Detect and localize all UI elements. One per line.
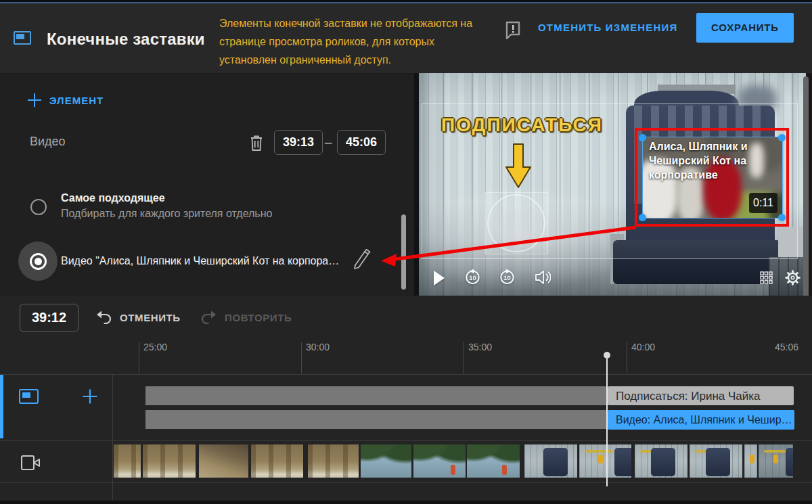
svg-text:10: 10 [503,274,511,281]
svg-text:10: 10 [469,274,476,281]
